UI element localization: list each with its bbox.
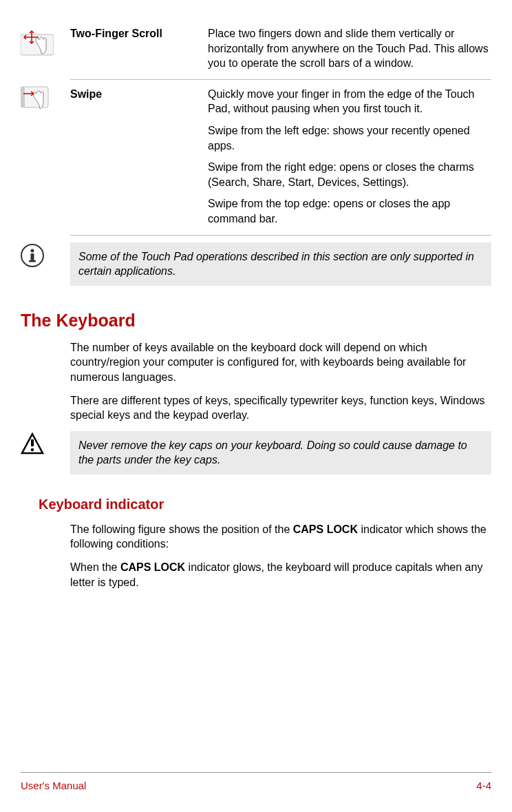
bold-text: CAPS LOCK: [120, 561, 185, 573]
warning-callout: Never remove the key caps on your keyboa…: [21, 431, 491, 475]
info-callout: Some of the Touch Pad operations describ…: [21, 242, 491, 286]
svg-point-7: [31, 249, 34, 252]
gesture-paragraph: Place two fingers down and slide them ve…: [208, 26, 491, 71]
swipe-icon: [21, 81, 54, 114]
gesture-paragraph: Quickly move your finger in from the edg…: [208, 87, 491, 116]
gesture-paragraph: Swipe from the left edge: shows your rec…: [208, 123, 491, 153]
svg-rect-11: [31, 439, 34, 446]
gesture-name: Swipe: [70, 87, 208, 227]
bold-text: CAPS LOCK: [293, 523, 358, 535]
gesture-paragraph: Swipe from the right edge: opens or clos…: [208, 160, 491, 189]
gesture-description: Quickly move your finger in from the edg…: [208, 87, 491, 227]
page-number: 4-4: [476, 780, 491, 791]
info-callout-text: Some of the Touch Pad operations describ…: [70, 242, 491, 286]
svg-rect-9: [29, 260, 36, 262]
body-paragraph: When the CAPS LOCK indicator glows, the …: [70, 560, 491, 590]
svg-point-12: [31, 448, 34, 450]
sub-heading: Keyboard indicator: [39, 497, 491, 512]
footer-title: User's Manual: [21, 780, 86, 791]
warning-callout-text: Never remove the key caps on your keyboa…: [70, 431, 491, 475]
gesture-illustration: [21, 80, 70, 117]
two-finger-scroll-icon: [21, 28, 54, 61]
text-segment: When the: [70, 561, 120, 573]
gesture-paragraph: Swipe from the top edge: opens or closes…: [208, 196, 491, 226]
warning-icon: [21, 433, 44, 456]
gesture-row: Two-Finger Scroll Place two fingers down…: [21, 26, 491, 80]
body-paragraph: The following figure shows the position …: [70, 522, 491, 552]
info-icon: [21, 244, 44, 267]
page-footer: User's Manual 4-4: [21, 772, 491, 791]
body-paragraph: The number of keys available on the keyb…: [70, 340, 491, 385]
gesture-illustration: [21, 26, 70, 63]
gesture-description: Place two fingers down and slide them ve…: [208, 26, 491, 71]
gesture-name: Two-Finger Scroll: [70, 26, 208, 71]
text-segment: The following figure shows the position …: [70, 523, 293, 535]
gesture-row: Swipe Quickly move your finger in from t…: [21, 80, 491, 236]
body-paragraph: There are different types of keys, speci…: [70, 393, 491, 423]
section-heading: The Keyboard: [21, 311, 491, 331]
svg-rect-4: [21, 87, 25, 107]
